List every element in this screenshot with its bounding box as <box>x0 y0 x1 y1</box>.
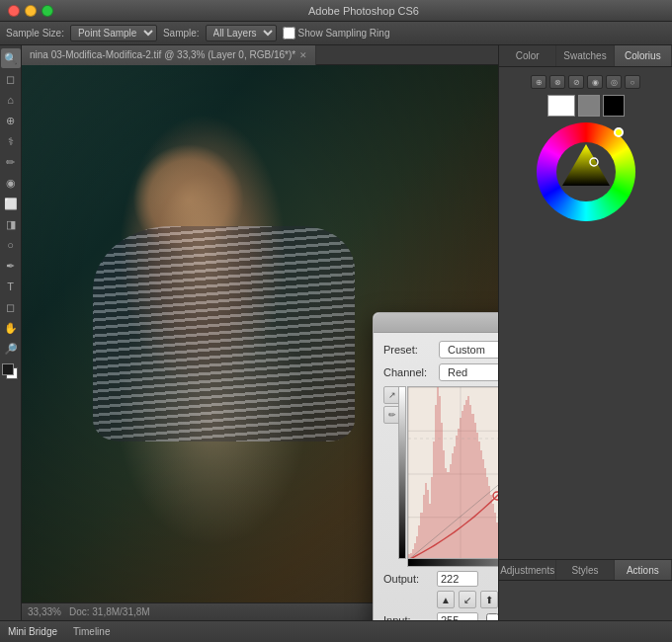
channel-select[interactable]: Red <box>439 363 498 381</box>
eyedropper-black[interactable]: ▲ <box>437 591 455 608</box>
color-ctrl-1[interactable]: ⊕ <box>531 75 546 89</box>
tab-actions[interactable]: Actions <box>615 560 672 580</box>
app-title: Adobe Photoshop CS6 <box>63 5 664 17</box>
hue-ring[interactable] <box>537 122 635 221</box>
sample-size-select[interactable]: Point Sample <box>70 25 157 41</box>
tab-styles[interactable]: Styles <box>556 560 614 580</box>
traffic-lights <box>8 5 53 17</box>
hue-ring-inner <box>556 142 616 201</box>
tool-dodge[interactable]: ○ <box>1 235 21 255</box>
tool-shape[interactable]: ◻ <box>1 297 21 317</box>
color-ctrl-3[interactable]: ⊘ <box>568 75 584 89</box>
color-ctrl-6[interactable]: ○ <box>625 75 640 89</box>
black-swatch[interactable] <box>603 95 625 117</box>
eyedropper-white[interactable]: ⬆ <box>480 591 498 608</box>
input-value-row: Input: Show Clipping <box>383 612 498 620</box>
white-swatch[interactable] <box>547 95 575 117</box>
sample-size-label: Sample Size: <box>6 28 64 39</box>
bottom-bar: Mini Bridge Timeline <box>0 620 672 642</box>
color-swatches-row <box>547 95 625 117</box>
main-area: 🔍 ◻ ⌂ ⊕ ⚕ ✏ ◉ ⬜ ◨ ○ ✒ T ◻ ✋ 🔎 nina 03-Mo… <box>0 45 672 620</box>
input-value-input[interactable] <box>437 612 478 620</box>
eyedropper-gray[interactable]: ↙ <box>459 591 476 608</box>
input-row: ▲ ↙ ⬆ ✚ <box>383 591 498 608</box>
preset-label: Preset: <box>383 344 433 356</box>
tab-bar: nina 03-Modifica-Modifica-2.tif @ 33,3% … <box>22 45 498 65</box>
tab-colorius[interactable]: Colorius <box>615 45 672 66</box>
toolbox: 🔍 ◻ ⌂ ⊕ ⚕ ✏ ◉ ⬜ ◨ ○ ✒ T ◻ ✋ 🔎 <box>0 45 22 620</box>
graph-area <box>407 386 498 567</box>
output-gradient-bar <box>398 386 406 559</box>
options-bar: Sample Size: Point Sample Sample: All La… <box>0 22 672 45</box>
tool-select[interactable]: ◻ <box>1 69 21 89</box>
output-value-input[interactable]: 222 <box>437 571 478 587</box>
doc-size: Doc: 31,8M/31,8M <box>69 606 150 617</box>
zoom-level: 33,33% <box>28 606 61 617</box>
tab-color[interactable]: Color <box>499 45 556 66</box>
tab-close-btn[interactable]: ✕ <box>299 50 307 60</box>
tab-adjustments[interactable]: Adjustments <box>499 560 556 580</box>
bottom-panel-tabs: Adjustments Styles Actions <box>499 559 672 581</box>
curves-content: Preset: Custom ⚙ Channel: Red <box>374 333 498 620</box>
color-ctrl-5[interactable]: ◎ <box>606 75 622 89</box>
timeline-tab[interactable]: Timeline <box>73 626 110 637</box>
close-button[interactable] <box>8 5 20 17</box>
hue-indicator <box>614 127 624 137</box>
output-row: Output: 222 <box>383 571 498 587</box>
color-wheel-area: ⊕ ⊗ ⊘ ◉ ◎ ○ <box>499 67 672 559</box>
tool-pen[interactable]: ✒ <box>1 256 21 276</box>
tool-gradient[interactable]: ◨ <box>1 214 21 234</box>
preset-select[interactable]: Custom <box>439 341 498 359</box>
tool-heal[interactable]: ⚕ <box>1 131 21 151</box>
tool-crop[interactable]: ⊕ <box>1 111 21 130</box>
color-ctrl-2[interactable]: ⊗ <box>549 75 565 89</box>
right-panel: Color Swatches Colorius ⊕ ⊗ ⊘ ◉ ◎ ○ <box>498 45 672 620</box>
color-controls: ⊕ ⊗ ⊘ ◉ ◎ ○ <box>531 75 640 89</box>
canvas-area: nina 03-Modifica-Modifica-2.tif @ 33,3% … <box>22 45 498 620</box>
show-sampling-ring-label: Show Sampling Ring <box>298 28 390 39</box>
color-ctrl-4[interactable]: ◉ <box>587 75 603 89</box>
foreground-color[interactable] <box>2 363 14 375</box>
channel-row: Channel: Red <box>383 363 498 381</box>
channel-label: Channel: <box>383 366 433 378</box>
tool-hand[interactable]: ✋ <box>1 318 21 338</box>
hue-ring-wrapper <box>537 122 635 221</box>
color-swatch[interactable] <box>2 363 20 381</box>
mini-bridge-tab[interactable]: Mini Bridge <box>8 626 57 637</box>
tool-text[interactable]: T <box>1 277 21 296</box>
preset-row: Preset: Custom ⚙ <box>383 341 498 359</box>
sample-label: Sample: <box>163 28 200 39</box>
tool-lasso[interactable]: ⌂ <box>1 90 21 110</box>
svg-marker-5 <box>562 144 610 186</box>
output-label-text: Output: <box>383 573 433 585</box>
input-controls: ▲ ↙ ⬆ ✚ <box>437 591 498 608</box>
tool-stamp[interactable]: ◉ <box>1 173 21 193</box>
input-gradient-bar <box>407 559 498 567</box>
show-sampling-ring-checkbox[interactable]: Show Sampling Ring <box>283 27 390 40</box>
tool-zoom[interactable]: 🔎 <box>1 339 21 359</box>
panel-bottom-content <box>499 581 672 620</box>
tab-title: nina 03-Modifica-Modifica-2.tif @ 33,3% … <box>30 49 295 60</box>
curve-svg <box>408 387 498 559</box>
curves-title: Curves <box>374 313 498 333</box>
curves-graph-wrapper: ↗ ✏ <box>383 386 498 567</box>
input-label-text: Input: <box>383 614 433 620</box>
show-clipping-checkbox[interactable] <box>486 613 498 621</box>
fullscreen-button[interactable] <box>42 5 53 17</box>
document-tab[interactable]: nina 03-Modifica-Modifica-2.tif @ 33,3% … <box>22 45 316 65</box>
curves-dialog: Curves OK Cancel Smooth Auto Options... … <box>373 312 498 620</box>
gray-swatch[interactable] <box>578 95 600 117</box>
color-panel-tabs: Color Swatches Colorius <box>499 45 672 67</box>
color-triangle-svg <box>556 142 616 201</box>
tool-brush[interactable]: ✏ <box>1 152 21 172</box>
curves-graph[interactable] <box>407 386 498 559</box>
tool-eyedropper[interactable]: 🔍 <box>1 48 21 68</box>
titlebar: Adobe Photoshop CS6 <box>0 0 672 22</box>
minimize-button[interactable] <box>25 5 37 17</box>
sample-layers-select[interactable]: All Layers <box>206 25 277 41</box>
tool-eraser[interactable]: ⬜ <box>1 194 21 213</box>
tab-swatches[interactable]: Swatches <box>556 45 614 66</box>
show-clipping-label: Show Clipping <box>486 613 498 621</box>
